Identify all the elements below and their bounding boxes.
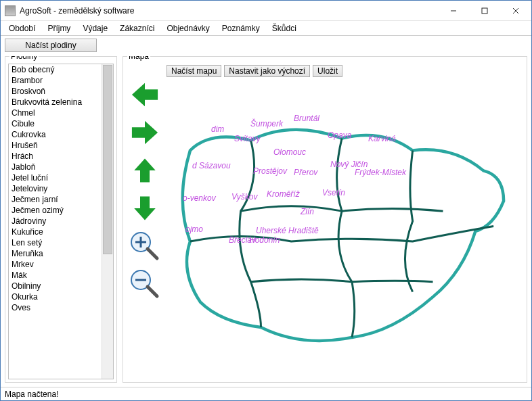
map-group-title: Mapa [127,56,150,61]
set-default-button[interactable]: Nastavit jako výchozí [224,65,310,77]
list-item[interactable]: Cibule [9,118,102,129]
maximize-icon [481,7,488,14]
list-item[interactable]: Meruňka [9,248,102,259]
list-item[interactable]: Kukuřice [9,227,102,237]
load-crops-button[interactable]: Načíst plodiny [5,39,97,52]
pan-left-button[interactable] [129,80,161,110]
region-label: Prostějov [253,166,287,176]
menu-zakaznici[interactable]: Zákazníci [114,22,160,34]
list-item[interactable]: Chmel [9,108,102,118]
list-item[interactable]: Len setý [9,237,102,248]
map-group: Mapa Načíst mapu Nastavit jako výchozí U… [123,56,527,383]
list-item[interactable]: Obilniny [9,281,102,291]
list-item[interactable]: Oves [9,302,102,313]
list-item[interactable]: Jádroviny [9,216,102,227]
region-label: Frýdek-Místek [355,168,406,177]
app-icon [5,5,16,16]
menu-poznamky[interactable]: Poznámky [217,22,265,34]
region-label: o-venkov [183,193,216,203]
menubar: Období Příjmy Výdaje Zákazníci Objednávk… [1,21,531,36]
titlebar: AgroSoft - zemědělský software [1,1,531,21]
region-label: Kroměříž [267,189,300,199]
zoom-in-icon [129,230,161,262]
list-item[interactable]: Jabloň [9,162,102,172]
list-item[interactable]: Broskvoň [9,86,102,97]
minimize-button[interactable] [438,1,469,20]
region-label: Hodonín [249,235,280,245]
svg-line-7 [148,249,157,258]
list-item[interactable]: Mák [9,270,102,281]
window-controls [438,1,531,20]
list-item[interactable]: Cukrovka [9,129,102,140]
menu-obdobi[interactable]: Období [3,22,41,34]
list-item[interactable]: Jetel luční [9,172,102,183]
list-item[interactable]: Ječmen jarní [9,194,102,205]
list-item[interactable]: Mrkev [9,259,102,270]
arrow-left-icon [129,80,160,109]
region-label: Olomouc [273,147,306,157]
map-nav-controls [129,80,161,299]
window-title: AgroSoft - zemědělský software [20,6,438,16]
arrow-up-icon [129,156,160,185]
pan-up-button[interactable] [129,156,161,185]
crops-scrollbar[interactable] [102,64,113,379]
crops-group-title: Plodiny [9,56,39,61]
main-area: Plodiny Bob obecnýBramborBroskvoňBrukvov… [1,56,531,387]
top-toolbar: Načíst plodiny [1,36,531,56]
arrow-right-icon [129,118,160,147]
zoom-out-icon [129,268,161,300]
statusbar: Mapa načtena! [1,387,531,400]
region-label: dim [211,124,224,134]
pan-down-button[interactable] [129,193,161,223]
pan-right-button[interactable] [129,118,161,147]
map-toolbar: Načíst mapu Nastavit jako výchozí Uložit [126,64,524,80]
load-map-button[interactable]: Načíst mapu [167,65,221,77]
list-item[interactable]: Brukvovitá zelenina [9,97,102,108]
map-canvas[interactable]: dimŠumperkBruntálSvitavyOpavaKarvináOlom… [180,93,524,379]
region-label: Karviná [368,134,396,143]
region-label: d Sázavou [192,161,231,170]
list-item[interactable]: Hrách [9,151,102,162]
region-label: Zlín [301,207,314,216]
region-label: Vyškov [231,192,257,202]
menu-prijmy[interactable]: Příjmy [42,22,76,34]
menu-skudci[interactable]: Škůdci [267,22,302,34]
close-icon [512,7,519,14]
map-body: dimŠumperkBruntálSvitavyOpavaKarvináOlom… [126,80,524,379]
zoom-in-button[interactable] [129,231,161,261]
zoom-out-button[interactable] [129,269,161,299]
menu-vydaje[interactable]: Výdaje [77,22,113,34]
save-button[interactable]: Uložit [313,65,342,77]
list-item[interactable]: Hrušeň [9,140,102,151]
list-item[interactable]: Ječmen ozimý [9,205,102,216]
svg-rect-1 [482,8,487,14]
list-item[interactable]: Okurka [9,291,102,302]
region-label: Přerov [294,168,317,177]
region-label: Vsetín [322,188,345,197]
arrow-down-icon [129,194,160,222]
status-text: Mapa načtena! [5,390,58,399]
crops-scroll-thumb[interactable] [103,65,112,254]
maximize-button[interactable] [469,1,500,20]
list-item[interactable]: Jeteloviny [9,183,102,194]
region-label: Šumperk [250,119,283,128]
crops-group: Plodiny Bob obecnýBramborBroskvoňBrukvov… [5,56,117,383]
region-label: ojmo [185,225,203,234]
list-item[interactable]: Bob obecný [9,64,102,75]
close-button[interactable] [500,1,531,20]
menu-objednavky[interactable]: Objednávky [161,22,215,34]
region-label: Svitavy [234,134,261,143]
crops-listbox[interactable]: Bob obecnýBramborBroskvoňBrukvovitá zele… [8,64,114,379]
region-label: Uherské Hradiště [256,226,319,235]
region-label: Bruntál [294,114,319,123]
region-label: Opava [328,131,351,140]
app-window: AgroSoft - zemědělský software Období Př… [0,0,532,401]
minimize-icon [450,7,457,14]
svg-line-10 [148,287,157,296]
crops-list-inner: Bob obecnýBramborBroskvoňBrukvovitá zele… [9,64,102,379]
list-item[interactable]: Brambor [9,75,102,86]
